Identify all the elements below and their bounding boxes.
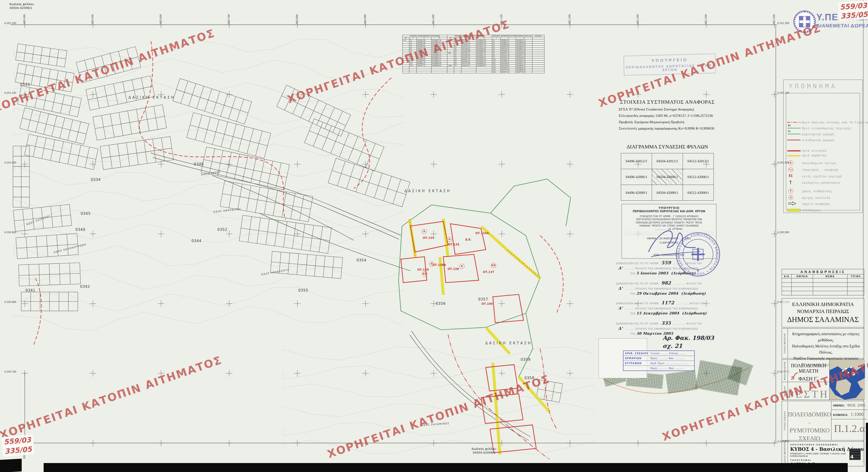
date-label: ΗΜ/ΝΙΑ: [833,404,845,407]
coords-cell: 4200907,19 [516,59,532,61]
coords-col-header: Τ [409,37,417,39]
gazette-publication-note: ΔΗΜΟΣΙΕΥΘΗ ΕΙΣ ΤΟ ΥΠ' ΑΡΙΘΜ.1172........… [616,300,717,315]
coords-cell [532,43,544,46]
study-line: Κτηματογραφικές αποτυπώσεις με επίγειες … [788,331,864,343]
handwritten-ref-bottom-left: 559/03 335/05 [1,434,35,457]
revisions-empty-cell [847,291,864,295]
coords-cell: 4200823,35 [476,43,492,46]
coords-cell [447,69,454,71]
coords-col-header: Χ [501,37,516,39]
zone-symbol-label: Κ [459,264,465,269]
revisions-title: ΑΝΑΘΕΩΡΗΣΕΙΣ [782,269,864,274]
coords-cell [532,46,544,48]
gazette-publication-note: ΔΗΜΟΣΙΕΥΘΗ ΕΙΣ ΤΟ ΥΠ' ΑΡΙΘΜ.982.........… [616,280,717,296]
revisions-empty-cell [847,287,864,291]
round-official-stamp: ΕΛΛΗΝΙΚΗ ΔΗΜΟΚΡΑΤΙΑ • ΥΠΟΥΡΓΕΙΟ ΠΕΡΙΒΑΛΛ… [675,231,721,277]
sheet-diagram-cell: 04496-42012/1 [621,153,652,169]
legend-label: Όριο δασικής έκτασης από Υπ.Γεωργίας [802,121,868,124]
coords-cell: Τ1 [409,39,417,41]
coords-group-header: ΠΑΡ/ΣΕΙΣ [532,35,544,37]
coords-cell [476,71,492,73]
revisions-empty-cell [792,278,813,283]
coords-cell [532,61,544,63]
coords-cell: 450859,20 [501,39,516,41]
file-number-note: Αρ. Φακ. 198/03 σχ. 21 [662,334,714,350]
revisions-empty-cell [782,278,792,283]
coords-group-header: ΚΟΡΥΦΕΣ ΠΕΡΙΜΕΤΡΙΚΗΣ ΟΡΙΟΓΡΑΜΜΗΣ ΕΝΤΑΞΗΣ [492,35,532,37]
forest-area-label: ΔΑΣΙΚΗ ΕΚΤΑΣΗ [128,95,175,100]
legend-symbol-line-red [787,137,802,142]
sheet-diagram-cell: 04504-42006/1 [652,169,683,185]
archive-stamp-row: ΕΓΓΡΑΦΩΝΑριθ. Πρωτ. ....................… [623,361,694,366]
coords-cell: Τ13 [409,65,417,67]
coords-cell: Τ3 [454,56,462,59]
legend-label: χώρος στάθμευσης [802,189,832,193]
kybos4-logo: 4 [849,449,861,460]
revisions-empty-cell [792,287,813,291]
coords-cell: 4200836,53 [476,59,492,61]
coords-cell [403,71,409,73]
legend-symbol-thick-yellow [787,153,802,158]
coords-cell: Χ3 [492,43,501,46]
approval-header2: ΠΕΡΙΒΑΛΛΟΝΤΟΣ ΧΩΡΟΤΑΞΙΑΣ ΚΑΙ ΔΗΜ. ΕΡΓΩΝ [624,210,714,213]
grid-x-label: 451.200 [568,14,571,24]
revisions-empty-cell [813,287,847,291]
coords-col-header: Τ [492,37,501,39]
coords-cell: 450917,72 [417,65,432,67]
coords-cell: Τ1 [454,65,462,67]
drawing-line2: ΡΥΜΟΤΟΜΙΚΟ ΣΧΕΔΙΟ [788,427,831,443]
coords-cell: Τ4 [454,59,462,61]
coords-cell [532,54,544,56]
coords-cell: 451058,72 [501,61,516,63]
scale-value: 1:1000 [849,412,864,417]
authority-heading: ΕΛΛΗΝΙΚΗ ΔΗΜΟΚΡΑΤΙΑ ΝΟΜΑΡΧΙΑ ΠΕΙΡΑΙΩΣ ΔΗ… [782,298,864,327]
zone-symbol-label: Α [422,229,427,234]
coords-cell: Χ12 [492,63,501,65]
coords-cell: 4200895,13 [432,59,447,61]
coords-cell [432,71,447,73]
coords-cell [447,61,454,63]
coords-cell: 451054,92 [501,63,516,65]
legend-label: Όριο εντασσόμενης περιοχής [802,127,851,130]
coords-cell [532,65,544,67]
coords-col-header: Χ [417,37,432,39]
coords-cell [532,52,544,54]
revisions-empty-cell [792,283,813,287]
coords-cell: 4200871,76 [516,63,532,65]
coords-cell: Τ4 [409,46,417,48]
coords-cell [432,67,447,69]
coords-cell [532,48,544,50]
legend-symbol-circle: Α [787,195,802,200]
legend-label: εκκλησίες-μοναστήρια [802,181,840,184]
coords-cell: Χ8 [492,54,501,56]
coords-cell: 4200875,90 [516,61,532,63]
sheet-diagram-cell: 04504-42000/1 [652,185,683,201]
authority-line3: ΔΗΜΟΣ ΣΑΛΑΜΙΝΑΣ [782,315,864,324]
study-title-section: ΤΙΤΛΟΣ ΜΕΛΕΤΗΣ Κτηματογραφικές αποτυπώσε… [782,328,864,359]
approval-body-line: ΠΕΡΙ ΕΓΚΡΙΣΗ ΠΟΛΕΟΔΟΜΙΚΗΣ ΜΕΛΕΤΗΣ ΤΜΗΜΑΤ… [624,218,714,221]
sheet-code-bottom: Κωδικός φύλλου: 04504-42006/1 [472,447,497,454]
coords-cell: 4200866,96 [476,50,492,52]
phase-label: ΦΑΣΗ ΜΕΛΕΤΗΣ [783,362,786,380]
legend-label: αμιγής κατοικία [802,196,830,200]
revisions-empty-cell [782,291,792,295]
legend-symbol-text: ΕΣ [787,174,802,179]
coords-cell: 451077,56 [501,69,516,71]
contractors-section: ΑΝΑΔΟΧΟΙ ΜΕΛΕΤΗΤΕΣ ΑΡΧΙΤΕΚΤΟΝΕΣ-ΠΟΛΕΟΔΟΜ… [782,441,864,466]
coords-cell [447,59,454,61]
sheet-diagram-title: ΔΙΑΓΡΑΜΜΑ ΣΥΝΔΕΣΗΣ ΦΥΛΛΩΝ [613,144,721,150]
coords-cell: Χ9 [492,56,501,59]
legend-symbol-circle: Ρ [787,189,802,194]
legend-symbol-ped [787,207,802,213]
coords-cell: Τ2 [409,41,417,43]
agency-subtitle: ΔΙΑΝΕΜΕΤΑΙ ΔΩΡΕΑΝ [816,23,868,29]
coords-cell: 4200925,60 [516,56,532,59]
legend-item: οικοδομική γραμμή [787,137,834,142]
approval-header1: ΥΠΟΥΡΓΕΙΟ [624,206,714,210]
ot-block-label: ΟΤ.138 [447,267,459,271]
coords-cell: Χ1 [492,39,501,41]
coords-cell [462,71,476,73]
coords-cell: Τ6 [454,50,462,52]
grid-y-label: 4.201.200 [4,22,16,25]
coords-cell [403,46,409,48]
